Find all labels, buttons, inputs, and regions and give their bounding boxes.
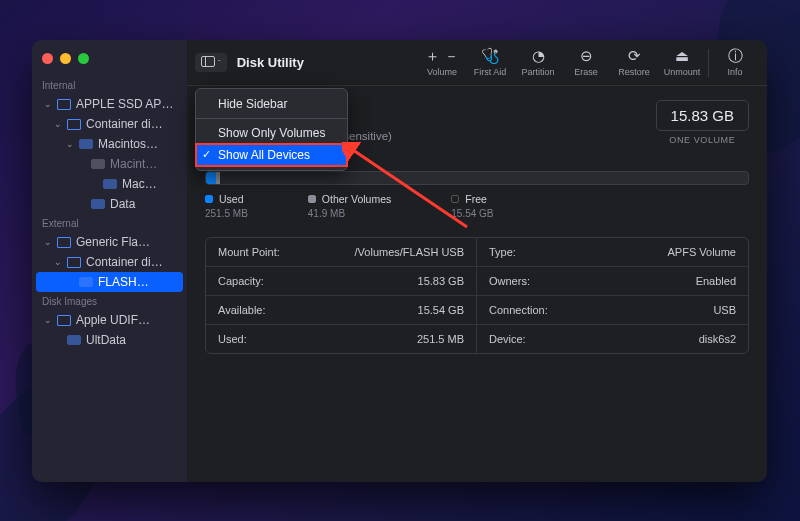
sidebar-item-label: UltData bbox=[86, 333, 126, 347]
other-label: Other Volumes bbox=[322, 193, 391, 205]
toolbar-first-aid-button[interactable]: 🩺First Aid bbox=[466, 48, 514, 77]
disclosure-icon[interactable]: ⌄ bbox=[44, 237, 52, 247]
partition-icon: ◔ bbox=[532, 48, 545, 64]
detail-row: Device:disk6s2 bbox=[477, 324, 748, 353]
sidebar-icon bbox=[201, 56, 215, 69]
used-value: 251.5 MB bbox=[205, 208, 248, 219]
detail-key: Mount Point: bbox=[218, 246, 280, 258]
sidebar-item-label: FLASH… bbox=[98, 275, 149, 289]
sidebar-item[interactable]: ⌄Container di… bbox=[36, 114, 183, 134]
detail-value: USB bbox=[713, 304, 736, 316]
other-swatch-icon bbox=[308, 195, 316, 203]
volume-size: 15.83 GB bbox=[656, 100, 749, 131]
minimize-window-button[interactable] bbox=[60, 53, 71, 64]
svg-rect-0 bbox=[202, 57, 215, 67]
detail-row: Capacity:15.83 GB bbox=[206, 266, 477, 295]
toolbar-restore-button[interactable]: ⟳Restore bbox=[610, 48, 658, 77]
toolbar-action-label: First Aid bbox=[474, 67, 507, 77]
toolbar-unmount-button[interactable]: ⏏Unmount bbox=[658, 48, 706, 77]
free-value: 15.54 GB bbox=[451, 208, 493, 219]
container-icon bbox=[67, 119, 81, 130]
volume-icon bbox=[91, 199, 105, 210]
free-swatch-icon bbox=[451, 195, 459, 203]
volume-icon bbox=[91, 159, 105, 170]
detail-row: Connection:USB bbox=[477, 295, 748, 324]
detail-key: Connection: bbox=[489, 304, 548, 316]
sidebar-item[interactable]: ⌄APPLE SSD AP… bbox=[36, 94, 183, 114]
menu-item-hide-sidebar[interactable]: Hide Sidebar bbox=[196, 93, 347, 115]
detail-row: Used:251.5 MB bbox=[206, 324, 477, 353]
toolbar: ˇ Disk Utility ＋ －Volume🩺First Aid◔Parti… bbox=[187, 40, 767, 86]
used-label: Used bbox=[219, 193, 244, 205]
first-aid-icon: 🩺 bbox=[481, 48, 500, 64]
sidebar-section-title: Disk Images bbox=[32, 292, 187, 310]
sidebar-section-title: Internal bbox=[32, 76, 187, 94]
detail-row: Available:15.54 GB bbox=[206, 295, 477, 324]
unmount-icon: ⏏ bbox=[675, 48, 689, 64]
disk-icon bbox=[57, 237, 71, 248]
zoom-window-button[interactable] bbox=[78, 53, 89, 64]
sidebar-item[interactable]: Macint… bbox=[36, 154, 183, 174]
disclosure-icon[interactable]: ⌄ bbox=[44, 99, 52, 109]
sidebar-item-label: Apple UDIF… bbox=[76, 313, 150, 327]
volume-icon bbox=[79, 277, 93, 288]
detail-row: Mount Point:/Volumes/FLASH USB bbox=[206, 238, 477, 266]
sidebar-item[interactable]: ⌄Container di… bbox=[36, 252, 183, 272]
sidebar-item-label: Mac… bbox=[122, 177, 157, 191]
other-value: 41.9 MB bbox=[308, 208, 391, 219]
toolbar-action-label: Unmount bbox=[664, 67, 701, 77]
erase-icon: ⊖ bbox=[580, 48, 593, 64]
toolbar-action-label: Volume bbox=[427, 67, 457, 77]
detail-value: disk6s2 bbox=[699, 333, 736, 345]
detail-key: Available: bbox=[218, 304, 266, 316]
details-table: Mount Point:/Volumes/FLASH USBType:APFS … bbox=[205, 237, 749, 354]
detail-value: 15.83 GB bbox=[418, 275, 464, 287]
detail-key: Used: bbox=[218, 333, 247, 345]
sidebar-item[interactable]: UltData bbox=[36, 330, 183, 350]
toolbar-action-label: Partition bbox=[521, 67, 554, 77]
restore-icon: ⟳ bbox=[628, 48, 641, 64]
disclosure-icon[interactable]: ⌄ bbox=[44, 315, 52, 325]
toolbar-info-button[interactable]: ⓘInfo bbox=[711, 48, 759, 77]
menu-item-show-all-devices[interactable]: Show All Devices bbox=[196, 144, 347, 166]
detail-row: Type:APFS Volume bbox=[477, 238, 748, 266]
sidebar-item[interactable]: ⌄Generic Fla… bbox=[36, 232, 183, 252]
sidebar-item[interactable]: Data bbox=[36, 194, 183, 214]
sidebar-item-label: Container di… bbox=[86, 255, 163, 269]
usage-bar bbox=[205, 171, 749, 185]
disk-icon bbox=[57, 99, 71, 110]
sidebar-item[interactable]: ⌄Apple UDIF… bbox=[36, 310, 183, 330]
volume-icon bbox=[79, 139, 93, 150]
toolbar-action-label: Erase bbox=[574, 67, 598, 77]
toolbar-action-label: Info bbox=[727, 67, 742, 77]
detail-row: Owners:Enabled bbox=[477, 266, 748, 295]
detail-key: Owners: bbox=[489, 275, 530, 287]
menu-item-show-only-volumes[interactable]: Show Only Volumes bbox=[196, 122, 347, 144]
info-icon: ⓘ bbox=[728, 48, 743, 64]
sidebar-view-menu: Hide SidebarShow Only VolumesShow All De… bbox=[195, 88, 348, 171]
sidebar-item[interactable]: Mac… bbox=[36, 174, 183, 194]
disclosure-icon[interactable]: ⌄ bbox=[54, 119, 62, 129]
sidebar-item-label: Data bbox=[110, 197, 135, 211]
detail-value: 251.5 MB bbox=[417, 333, 464, 345]
volume-size-caption: ONE VOLUME bbox=[656, 135, 749, 145]
disk-icon bbox=[57, 315, 71, 326]
disk-utility-window: Internal⌄APPLE SSD AP…⌄Container di…⌄Mac… bbox=[32, 40, 767, 482]
container-icon bbox=[67, 257, 81, 268]
detail-key: Type: bbox=[489, 246, 516, 258]
detail-value: /Volumes/FLASH USB bbox=[355, 246, 464, 258]
app-title: Disk Utility bbox=[237, 55, 304, 70]
toolbar-partition-button[interactable]: ◔Partition bbox=[514, 48, 562, 77]
sidebar-item[interactable]: ⌄Macintos… bbox=[36, 134, 183, 154]
disclosure-icon[interactable]: ⌄ bbox=[54, 257, 62, 267]
sidebar-item[interactable]: FLASH… bbox=[36, 272, 183, 292]
used-swatch-icon bbox=[205, 195, 213, 203]
sidebar-toggle-button[interactable]: ˇ bbox=[195, 53, 227, 72]
sidebar-item-label: APPLE SSD AP… bbox=[76, 97, 173, 111]
sidebar-item-label: Generic Fla… bbox=[76, 235, 150, 249]
close-window-button[interactable] bbox=[42, 53, 53, 64]
disclosure-icon[interactable]: ⌄ bbox=[66, 139, 74, 149]
toolbar-erase-button[interactable]: ⊖Erase bbox=[562, 48, 610, 77]
toolbar-volume-button[interactable]: ＋ －Volume bbox=[418, 48, 466, 77]
window-controls bbox=[32, 50, 187, 76]
